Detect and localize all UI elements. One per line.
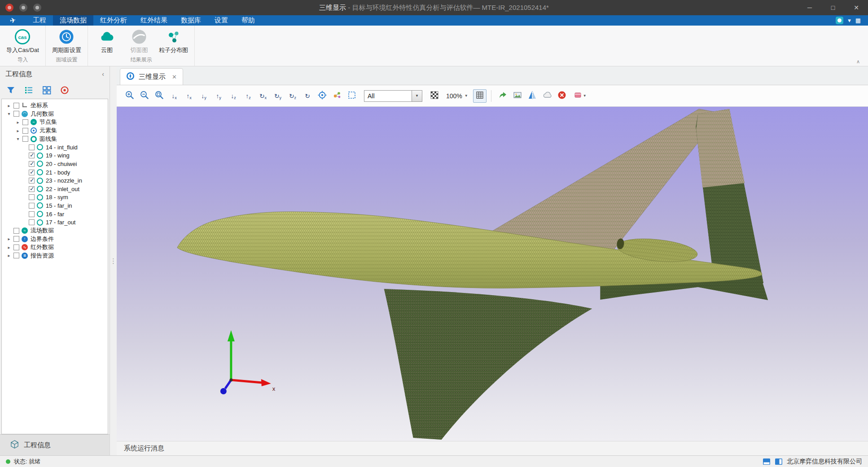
project-info-bottom-tab[interactable]: 工程信息 <box>0 434 110 455</box>
panel-right-icon[interactable] <box>775 458 783 465</box>
tree-expander-icon[interactable]: ▾ <box>4 111 13 116</box>
molecule-button[interactable] <box>330 89 344 103</box>
tree-checkbox[interactable] <box>29 194 35 200</box>
ribbon-button-periodic-face-settings[interactable]: 周期面设置 <box>49 28 84 55</box>
tree-checkbox[interactable] <box>22 119 28 125</box>
tree-item[interactable]: ▸≣报告资源 <box>2 252 108 260</box>
tree-item[interactable]: 19 - wing <box>2 152 108 160</box>
close-button[interactable]: ✕ <box>845 0 868 15</box>
tree-expander-icon[interactable]: ▸ <box>13 120 22 125</box>
tree-item[interactable]: ≈流场数据 <box>2 227 108 235</box>
menu-item-flow-data[interactable]: 流场数据 <box>53 15 93 26</box>
tree-checkbox[interactable] <box>13 228 19 234</box>
tree-checkbox[interactable] <box>29 144 35 150</box>
tree-checkbox[interactable] <box>29 170 35 175</box>
panel-collapse-button[interactable]: ‹ <box>102 70 104 78</box>
tree-checkbox[interactable] <box>29 178 35 183</box>
tree-checkbox[interactable] <box>22 136 28 142</box>
dropdown-icon[interactable]: ▾ <box>848 17 851 24</box>
tree-checkbox[interactable] <box>13 236 19 242</box>
menu-item-settings[interactable]: 设置 <box>208 15 235 26</box>
ribbon-button-particle-distribution[interactable]: 粒子分布图 <box>156 28 191 55</box>
maximize-button[interactable]: □ <box>821 0 845 15</box>
rotate-x-button[interactable]: ↻x <box>256 89 270 103</box>
tree-item[interactable]: 16 - far <box>2 210 108 218</box>
dither-button[interactable] <box>428 89 441 103</box>
menu-item-project[interactable]: 工程 <box>26 15 53 26</box>
locate-target-icon[interactable] <box>60 85 70 95</box>
tree-item[interactable]: ▸↑边界条件 <box>2 235 108 244</box>
grid-view-icon[interactable] <box>42 85 52 95</box>
window-layout-icon[interactable]: ▦ <box>855 17 861 24</box>
tree-item[interactable]: ▸−节点集 <box>2 118 108 127</box>
tree-checkbox[interactable] <box>29 153 35 158</box>
tab-close-icon[interactable]: ✕ <box>172 74 177 80</box>
tree-item[interactable]: 17 - far_out <box>2 218 108 227</box>
filter-icon[interactable] <box>6 85 16 95</box>
tree-checkbox[interactable] <box>13 244 19 250</box>
display-filter-select[interactable]: All▼ <box>364 90 422 102</box>
viewport-3d[interactable]: x <box>117 107 868 441</box>
box-select-button[interactable] <box>345 89 359 103</box>
tree-checkbox[interactable] <box>29 203 35 209</box>
zoom-level-dropdown[interactable]: 100%▼ <box>446 92 468 100</box>
app-badge-gray-2[interactable] <box>33 4 41 12</box>
tree-item[interactable]: 15 - far_in <box>2 201 108 210</box>
list-view-icon[interactable] <box>24 85 34 95</box>
tree-item[interactable]: ▸∿红外数据 <box>2 243 108 252</box>
tree-item[interactable]: 21 - body <box>2 168 108 177</box>
minimize-button[interactable]: ─ <box>798 0 821 15</box>
panel-bottom-icon[interactable] <box>763 458 771 465</box>
tree-checkbox[interactable] <box>13 253 19 258</box>
view-x-pos-button[interactable]: ↑x <box>182 89 196 103</box>
cloud-tool-button[interactable] <box>540 89 554 103</box>
tree-item[interactable]: 22 - inlet_out <box>2 185 108 193</box>
ribbon-button-cloud-map[interactable]: 云图 <box>92 28 122 55</box>
menu-item-help[interactable]: 帮助 <box>235 15 262 26</box>
tree-checkbox[interactable] <box>29 219 35 225</box>
app-badge-red[interactable] <box>5 4 13 12</box>
rotate-z-button[interactable]: ↻z <box>286 89 299 103</box>
tree-checkbox[interactable] <box>22 128 28 134</box>
tab-3d-display[interactable]: 三维显示 ✕ <box>120 68 183 85</box>
view-y-pos-button[interactable]: ↑y <box>212 89 225 103</box>
tree-checkbox[interactable] <box>29 186 35 192</box>
panel-splitter[interactable] <box>110 66 117 455</box>
section-button[interactable]: ▼ <box>570 89 590 103</box>
tree-expander-icon[interactable]: ▾ <box>13 136 22 141</box>
grid-button[interactable] <box>473 89 487 103</box>
tree-item[interactable]: 18 - sym <box>2 193 108 202</box>
tree-item[interactable]: ▾◠几何数据 <box>2 110 108 118</box>
tree-item[interactable]: ▸坐标系 <box>2 101 108 110</box>
app-badge-gray-1[interactable] <box>19 4 27 12</box>
tree-expander-icon[interactable]: ▸ <box>13 128 22 133</box>
rotate-y-button[interactable]: ↻y <box>271 89 285 103</box>
tree-expander-icon[interactable]: ▸ <box>4 103 13 108</box>
tree-item[interactable]: ▸元素集 <box>2 127 108 135</box>
mirror-button[interactable] <box>526 89 539 103</box>
tree-item[interactable]: 14 - int_fluid <box>2 143 108 152</box>
delete-button[interactable] <box>555 89 569 103</box>
menu-item-ir-analysis[interactable]: 红外分析 <box>93 15 134 26</box>
tree-item[interactable]: ▾面线集 <box>2 135 108 143</box>
locate-button[interactable] <box>316 89 329 103</box>
zoom-fit-button[interactable] <box>153 89 166 103</box>
snapshot-button[interactable] <box>511 89 524 103</box>
tree-expander-icon[interactable]: ▸ <box>4 253 13 258</box>
ribbon-collapse-icon[interactable] <box>854 59 863 65</box>
tree-expander-icon[interactable]: ▸ <box>4 245 13 250</box>
view-x-neg-button[interactable]: ↓x <box>167 89 181 103</box>
theme-icon[interactable] <box>836 17 843 24</box>
view-z-pos-button[interactable]: ↑z <box>241 89 255 103</box>
view-z-neg-button[interactable]: ↓z <box>227 89 240 103</box>
tree-item[interactable]: 23 - nozzle_in <box>2 176 108 185</box>
tree-item[interactable]: 20 - chuiwei <box>2 160 108 168</box>
ribbon-button-import-cas-dat[interactable]: cas导入Cas/Dat <box>4 28 42 55</box>
view-y-neg-button[interactable]: ↓y <box>197 89 210 103</box>
tree-checkbox[interactable] <box>29 161 35 167</box>
tree-checkbox[interactable] <box>29 211 35 217</box>
dropdown-arrow-icon[interactable]: ▼ <box>412 91 422 101</box>
zoom-out-button[interactable] <box>138 89 151 103</box>
zoom-in-button[interactable] <box>123 89 136 103</box>
export-button[interactable] <box>496 89 509 103</box>
